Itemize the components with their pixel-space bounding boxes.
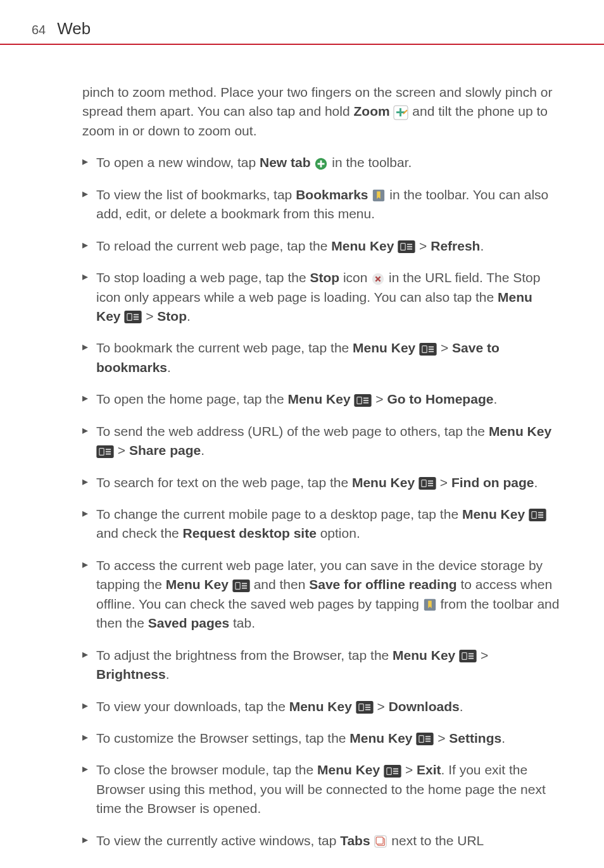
text: next to the URL [387, 833, 484, 848]
text: To send the web address (URL) of the web… [96, 424, 489, 438]
text: > [114, 443, 129, 457]
desktop-site-label: Request desktop site [183, 526, 317, 540]
menu-key-label: Menu Key [462, 507, 525, 521]
zoom-label: Zoom [353, 104, 389, 118]
list-item: To view the currently active windows, ta… [82, 831, 560, 850]
list-item: To access the current web page later, yo… [82, 556, 560, 633]
list-item: To stop loading a web page, tap the Stop… [82, 268, 560, 326]
text: . [460, 699, 463, 714]
text: To stop loading a web page, tap the [96, 270, 310, 285]
refresh-label: Refresh [431, 239, 480, 253]
menu-key-label: Menu Key [166, 577, 229, 592]
menu-key-icon [232, 580, 250, 592]
list-item: To view the list of bookmarks, tap Bookm… [82, 185, 560, 224]
list-item: To open a new window, tap New tab in the… [82, 153, 560, 172]
plus-circle-icon [314, 157, 328, 171]
text: To view the currently active windows, ta… [96, 833, 340, 848]
menu-key-label: Menu Key [489, 424, 551, 438]
stop-circle-icon [371, 272, 385, 286]
menu-key-icon [419, 343, 437, 356]
menu-key-icon [459, 650, 477, 662]
page-title: Web [57, 19, 91, 39]
text: . [501, 731, 505, 745]
list-item: To adjust the brightness from the Browse… [82, 646, 560, 685]
text: > [434, 731, 449, 745]
tabs-icon [374, 834, 387, 848]
menu-key-label: Menu Key [353, 340, 415, 355]
intro-paragraph: pinch to zoom method. Place your two fin… [82, 83, 560, 140]
menu-key-icon [416, 733, 434, 745]
stop-label: Stop [157, 309, 187, 323]
text: . [534, 475, 538, 490]
downloads-label: Downloads [389, 699, 460, 714]
list-item: To view your downloads, tap the Menu Key… [82, 697, 560, 716]
saved-pages-label: Saved pages [148, 616, 229, 630]
page-header: 64 Web [0, 0, 604, 45]
offline-reading-label: Save for offline reading [309, 577, 456, 592]
text: > [374, 699, 389, 714]
menu-key-icon [96, 445, 114, 458]
bookmark-icon [372, 189, 386, 202]
text: . [167, 360, 171, 375]
menu-key-label: Menu Key [352, 475, 415, 490]
text: To reload the current web page, tap the [96, 239, 331, 253]
brightness-label: Brightness [96, 667, 166, 681]
menu-key-icon [124, 311, 142, 323]
menu-key-icon [398, 240, 415, 253]
text: > [436, 475, 451, 490]
instruction-list: To open a new window, tap New tab in the… [82, 153, 560, 850]
tabs-label: Tabs [340, 833, 370, 848]
menu-key-icon [529, 509, 546, 521]
page-content: pinch to zoom method. Place your two fin… [0, 45, 604, 868]
menu-key-label: Menu Key [289, 699, 352, 714]
text: To customize the Browser settings, tap t… [96, 731, 349, 745]
list-item: To change the current mobile page to a d… [82, 505, 560, 543]
zoom-icon [393, 105, 408, 120]
text: . [480, 239, 484, 253]
text: > [415, 239, 431, 253]
text: To search for text on the web page, tap … [96, 475, 352, 490]
menu-key-label: Menu Key [331, 239, 394, 253]
text: To view the list of bookmarks, tap [96, 187, 296, 202]
text: tab. [229, 616, 255, 630]
list-item: To send the web address (URL) of the web… [82, 422, 560, 461]
text: To close the browser module, tap the [96, 762, 317, 777]
find-on-page-label: Find on page [451, 475, 534, 490]
text: and check the [96, 526, 183, 540]
menu-key-label: Menu Key [287, 392, 350, 406]
list-item: To bookmark the current web page, tap th… [82, 338, 560, 377]
text: > [477, 648, 488, 662]
text: To open the home page, tap the [96, 392, 287, 406]
menu-key-label: Menu Key [393, 648, 455, 662]
menu-key-label: Menu Key [349, 731, 412, 745]
text: icon [339, 270, 371, 285]
text: option. [317, 526, 360, 540]
text: in the toolbar. [328, 155, 412, 170]
list-item: To open the home page, tap the Menu Key … [82, 390, 560, 409]
text: To change the current mobile page to a d… [96, 507, 462, 521]
text: . [201, 443, 204, 457]
list-item: To search for text on the web page, tap … [82, 473, 560, 492]
text: To view your downloads, tap the [96, 699, 289, 714]
homepage-label: Go to Homepage [387, 392, 493, 406]
menu-key-icon [356, 701, 374, 714]
list-item: To close the browser module, tap the Men… [82, 760, 560, 818]
text: To bookmark the current web page, tap th… [96, 340, 353, 355]
text: . [187, 309, 191, 323]
text: To adjust the brightness from the Browse… [96, 648, 393, 662]
text: > [401, 762, 417, 777]
menu-key-label: Menu Key [317, 762, 380, 777]
text: > [142, 309, 157, 323]
exit-label: Exit [417, 762, 441, 777]
settings-label: Settings [449, 731, 501, 745]
page-number: 64 [32, 23, 46, 37]
menu-key-icon [418, 477, 436, 490]
bookmarks-label: Bookmarks [296, 187, 368, 202]
menu-key-icon [354, 394, 372, 407]
text: > [437, 340, 452, 355]
stop-label: Stop [310, 270, 339, 285]
share-page-label: Share page [129, 443, 201, 457]
bookmark-icon [423, 598, 437, 612]
new-tab-label: New tab [260, 155, 311, 170]
text: To open a new window, tap [96, 155, 260, 170]
